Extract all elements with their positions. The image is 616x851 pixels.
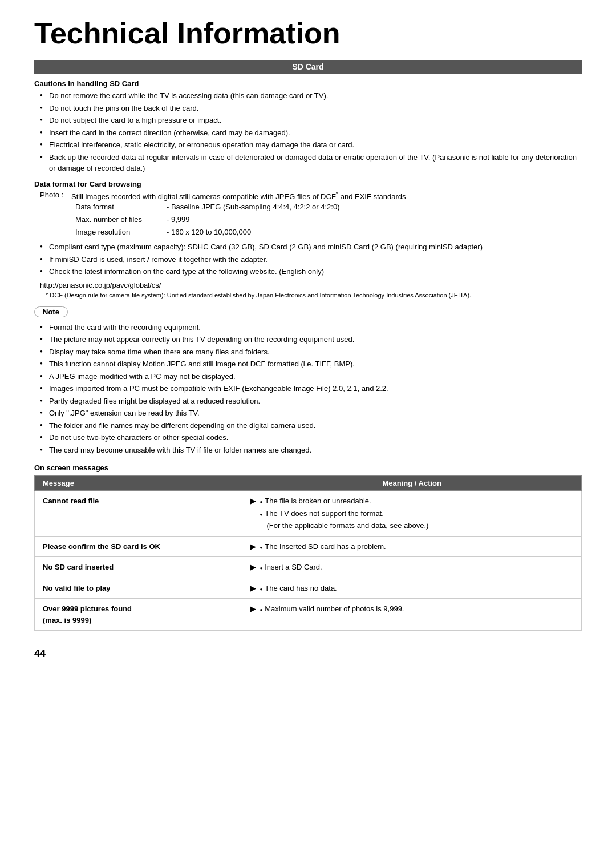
action-cell: ▶ ●The card has no data. (242, 578, 582, 599)
messages-table: Message Meaning / Action Cannot read fil… (34, 475, 582, 631)
table-row: No valid file to play ▶ ●The card has no… (35, 578, 582, 599)
table-header-message: Message (35, 476, 242, 491)
cautions-header: Cautions in handling SD Card (34, 79, 582, 88)
table-row: Please confirm the SD card is OK ▶ ●The … (35, 536, 582, 557)
url-text: http://panasonic.co.jp/pavc/global/cs/ (40, 281, 582, 289)
list-item: Do not touch the pins on the back of the… (40, 103, 582, 114)
list-item: The picture may not appear correctly on … (40, 334, 582, 345)
arrow-icon: ▶ (250, 583, 256, 594)
list-item: Display may take some time when there ar… (40, 346, 582, 358)
message-cell: Cannot read file (35, 491, 242, 537)
arrow-icon: ▶ (250, 495, 256, 507)
list-item: The folder and file names may be differe… (40, 420, 582, 431)
message-cell: Over 9999 pictures found(max. is 9999) (35, 599, 242, 631)
action-cell: ▶ ●The file is broken or unreadable. ●Th… (242, 491, 582, 537)
list-item: Insert the card in the correct direction… (40, 127, 582, 139)
indent-data: Data format - Baseline JPEG (Sub-samplin… (75, 201, 582, 238)
arrow-icon: ▶ (250, 541, 256, 552)
page-title: Technical Information (34, 17, 582, 50)
list-item: Do not use two-byte characters or other … (40, 432, 582, 443)
cautions-list: Do not remove the card while the TV is a… (34, 90, 582, 174)
action-cell: ▶ ●The inserted SD card has a problem. (242, 536, 582, 557)
photo-label: Photo : (40, 191, 71, 201)
max-files-label: Max. number of files (75, 214, 167, 226)
list-item: Electrical interference, static electric… (40, 139, 582, 151)
on-screen-header: On screen messages (34, 463, 582, 472)
list-item: Format the card with the recording equip… (40, 322, 582, 333)
list-item: Only ".JPG" extension can be read by thi… (40, 408, 582, 419)
table-row: Cannot read file ▶ ●The file is broken o… (35, 491, 582, 537)
list-item: The card may become unusable with this T… (40, 445, 582, 456)
message-cell: No valid file to play (35, 578, 242, 599)
list-item: Partly degraded files might be displayed… (40, 396, 582, 407)
list-item: Do not subject the card to a high pressu… (40, 115, 582, 126)
photo-section: Photo : Still images recorded with digit… (40, 191, 582, 239)
section-header: SD Card (34, 60, 582, 74)
data-format-label: Data format (75, 201, 167, 213)
message-cell: Please confirm the SD card is OK (35, 536, 242, 557)
list-item: If miniSD Card is used, insert / remove … (40, 254, 582, 265)
list-item: Compliant card type (maximum capacity): … (40, 241, 582, 253)
max-files-value: - 9,999 (167, 214, 189, 226)
message-cell: No SD card inserted (35, 557, 242, 578)
list-item: A JPEG image modified with a PC may not … (40, 371, 582, 382)
list-item: Check the latest information on the card… (40, 266, 582, 277)
action-cell: ▶ ●Maximum valid number of photos is 9,9… (242, 599, 582, 631)
image-res-label: Image resolution (75, 227, 167, 239)
data-format-value: - Baseline JPEG (Sub-sampling 4:4:4, 4:2… (167, 201, 340, 213)
table-row: No SD card inserted ▶ ●Insert a SD Card. (35, 557, 582, 578)
arrow-icon: ▶ (250, 562, 256, 573)
asterisk-note: * DCF (Design rule for camera file syste… (46, 292, 582, 299)
table-header-action: Meaning / Action (242, 476, 582, 491)
note-box: Note (34, 306, 68, 317)
image-res-value: - 160 x 120 to 10,000,000 (167, 227, 251, 239)
arrow-icon: ▶ (250, 603, 256, 615)
extra-bullets-list: Compliant card type (maximum capacity): … (34, 241, 582, 277)
action-cell: ▶ ●Insert a SD Card. (242, 557, 582, 578)
list-item: Images imported from a PC must be compat… (40, 383, 582, 394)
page-number: 44 (34, 648, 582, 660)
list-item: This function cannot display Motion JPEG… (40, 358, 582, 370)
data-format-header: Data format for Card browsing (34, 180, 582, 188)
list-item: Back up the recorded data at regular int… (40, 152, 582, 174)
table-row: Over 9999 pictures found(max. is 9999) ▶… (35, 599, 582, 631)
list-item: Do not remove the card while the TV is a… (40, 90, 582, 102)
note-bullets-list: Format the card with the recording equip… (34, 322, 582, 456)
photo-desc: Still images recorded with digital still… (71, 191, 582, 201)
